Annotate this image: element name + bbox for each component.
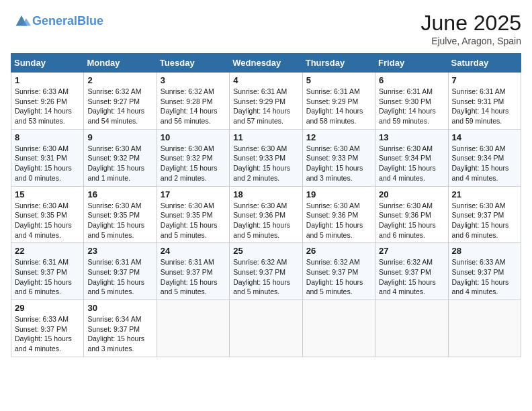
day-info: Sunrise: 6:32 AM Sunset: 9:37 PM Dayligh…: [306, 257, 371, 297]
table-row: 4 Sunrise: 6:31 AM Sunset: 9:29 PM Dayli…: [230, 73, 302, 130]
table-row: [375, 300, 448, 357]
table-row: 13 Sunrise: 6:30 AM Sunset: 9:34 PM Dayl…: [375, 129, 448, 186]
day-info: Sunrise: 6:30 AM Sunset: 9:33 PM Dayligh…: [233, 144, 298, 183]
day-info: Sunrise: 6:33 AM Sunset: 9:37 PM Dayligh…: [452, 257, 517, 297]
table-row: [302, 300, 375, 357]
calendar-row: 8 Sunrise: 6:30 AM Sunset: 9:31 PM Dayli…: [11, 129, 521, 186]
day-info: Sunrise: 6:32 AM Sunset: 9:27 PM Dayligh…: [87, 87, 152, 126]
table-row: 22 Sunrise: 6:31 AM Sunset: 9:37 PM Dayl…: [11, 243, 84, 300]
table-row: 12 Sunrise: 6:30 AM Sunset: 9:33 PM Dayl…: [302, 129, 375, 186]
day-number: 20: [379, 189, 444, 199]
table-row: 19 Sunrise: 6:30 AM Sunset: 9:36 PM Dayl…: [302, 186, 375, 243]
day-info: Sunrise: 6:31 AM Sunset: 9:30 PM Dayligh…: [379, 87, 444, 126]
table-row: 15 Sunrise: 6:30 AM Sunset: 9:35 PM Dayl…: [11, 186, 84, 243]
day-info: Sunrise: 6:30 AM Sunset: 9:36 PM Dayligh…: [306, 201, 371, 240]
month-title: June 2025: [421, 11, 521, 36]
table-row: 25 Sunrise: 6:32 AM Sunset: 9:37 PM Dayl…: [230, 243, 302, 300]
col-sunday: Sunday: [11, 54, 84, 73]
table-row: 21 Sunrise: 6:30 AM Sunset: 9:37 PM Dayl…: [448, 186, 521, 243]
calendar-header-row: Sunday Monday Tuesday Wednesday Thursday…: [11, 54, 521, 73]
day-number: 22: [15, 246, 80, 256]
day-number: 28: [452, 246, 517, 256]
day-info: Sunrise: 6:34 AM Sunset: 9:37 PM Dayligh…: [87, 314, 152, 354]
day-info: Sunrise: 6:30 AM Sunset: 9:32 PM Dayligh…: [161, 144, 226, 183]
day-info: Sunrise: 6:30 AM Sunset: 9:36 PM Dayligh…: [233, 201, 298, 240]
table-row: 20 Sunrise: 6:30 AM Sunset: 9:36 PM Dayl…: [375, 186, 448, 243]
location: Ejulve, Aragon, Spain: [421, 36, 521, 46]
day-number: 16: [87, 189, 152, 199]
col-tuesday: Tuesday: [157, 54, 229, 73]
table-row: 11 Sunrise: 6:30 AM Sunset: 9:33 PM Dayl…: [230, 129, 302, 186]
day-info: Sunrise: 6:31 AM Sunset: 9:37 PM Dayligh…: [161, 257, 226, 297]
day-info: Sunrise: 6:30 AM Sunset: 9:31 PM Dayligh…: [15, 144, 80, 183]
day-number: 23: [87, 246, 152, 256]
table-row: [157, 300, 229, 357]
day-number: 10: [161, 132, 226, 142]
title-block: June 2025 Ejulve, Aragon, Spain: [421, 11, 521, 46]
day-number: 25: [233, 246, 298, 256]
day-info: Sunrise: 6:32 AM Sunset: 9:28 PM Dayligh…: [161, 87, 226, 126]
day-info: Sunrise: 6:30 AM Sunset: 9:32 PM Dayligh…: [87, 144, 152, 183]
table-row: 9 Sunrise: 6:30 AM Sunset: 9:32 PM Dayli…: [84, 129, 157, 186]
day-info: Sunrise: 6:32 AM Sunset: 9:37 PM Dayligh…: [379, 257, 444, 297]
page-header: GeneralBlue June 2025 Ejulve, Aragon, Sp…: [11, 11, 521, 46]
day-info: Sunrise: 6:30 AM Sunset: 9:35 PM Dayligh…: [161, 201, 226, 240]
table-row: 18 Sunrise: 6:30 AM Sunset: 9:36 PM Dayl…: [230, 186, 302, 243]
day-info: Sunrise: 6:31 AM Sunset: 9:29 PM Dayligh…: [233, 87, 298, 126]
calendar-row: 15 Sunrise: 6:30 AM Sunset: 9:35 PM Dayl…: [11, 186, 521, 243]
day-info: Sunrise: 6:30 AM Sunset: 9:36 PM Dayligh…: [379, 201, 444, 240]
day-info: Sunrise: 6:30 AM Sunset: 9:35 PM Dayligh…: [15, 201, 80, 240]
table-row: 28 Sunrise: 6:33 AM Sunset: 9:37 PM Dayl…: [448, 243, 521, 300]
calendar-table: Sunday Monday Tuesday Wednesday Thursday…: [11, 53, 521, 357]
day-info: Sunrise: 6:30 AM Sunset: 9:35 PM Dayligh…: [87, 201, 152, 240]
table-row: 16 Sunrise: 6:30 AM Sunset: 9:35 PM Dayl…: [84, 186, 157, 243]
table-row: 10 Sunrise: 6:30 AM Sunset: 9:32 PM Dayl…: [157, 129, 229, 186]
logo-icon: [12, 11, 31, 30]
day-info: Sunrise: 6:33 AM Sunset: 9:37 PM Dayligh…: [15, 314, 80, 354]
table-row: 26 Sunrise: 6:32 AM Sunset: 9:37 PM Dayl…: [302, 243, 375, 300]
col-friday: Friday: [375, 54, 448, 73]
day-info: Sunrise: 6:31 AM Sunset: 9:31 PM Dayligh…: [452, 87, 517, 126]
calendar-row: 29 Sunrise: 6:33 AM Sunset: 9:37 PM Dayl…: [11, 300, 521, 357]
day-number: 26: [306, 246, 371, 256]
col-monday: Monday: [84, 54, 157, 73]
day-number: 29: [15, 303, 80, 313]
logo-text-line1: GeneralBlue: [32, 15, 103, 28]
table-row: 14 Sunrise: 6:30 AM Sunset: 9:34 PM Dayl…: [448, 129, 521, 186]
day-number: 2: [87, 75, 152, 85]
day-number: 8: [15, 132, 80, 142]
table-row: 30 Sunrise: 6:34 AM Sunset: 9:37 PM Dayl…: [84, 300, 157, 357]
calendar-row: 1 Sunrise: 6:33 AM Sunset: 9:26 PM Dayli…: [11, 73, 521, 130]
day-number: 15: [15, 189, 80, 199]
day-info: Sunrise: 6:30 AM Sunset: 9:34 PM Dayligh…: [452, 144, 517, 183]
day-number: 30: [87, 303, 152, 313]
col-thursday: Thursday: [302, 54, 375, 73]
table-row: 17 Sunrise: 6:30 AM Sunset: 9:35 PM Dayl…: [157, 186, 229, 243]
day-number: 12: [306, 132, 371, 142]
table-row: 2 Sunrise: 6:32 AM Sunset: 9:27 PM Dayli…: [84, 73, 157, 130]
table-row: 29 Sunrise: 6:33 AM Sunset: 9:37 PM Dayl…: [11, 300, 84, 357]
day-number: 5: [306, 75, 371, 85]
table-row: 24 Sunrise: 6:31 AM Sunset: 9:37 PM Dayl…: [157, 243, 229, 300]
col-wednesday: Wednesday: [230, 54, 302, 73]
table-row: [230, 300, 302, 357]
day-number: 7: [452, 75, 517, 85]
day-number: 27: [379, 246, 444, 256]
table-row: 27 Sunrise: 6:32 AM Sunset: 9:37 PM Dayl…: [375, 243, 448, 300]
day-info: Sunrise: 6:30 AM Sunset: 9:33 PM Dayligh…: [306, 144, 371, 183]
col-saturday: Saturday: [448, 54, 521, 73]
table-row: 6 Sunrise: 6:31 AM Sunset: 9:30 PM Dayli…: [375, 73, 448, 130]
table-row: 1 Sunrise: 6:33 AM Sunset: 9:26 PM Dayli…: [11, 73, 84, 130]
day-info: Sunrise: 6:30 AM Sunset: 9:34 PM Dayligh…: [379, 144, 444, 183]
table-row: 5 Sunrise: 6:31 AM Sunset: 9:29 PM Dayli…: [302, 73, 375, 130]
table-row: 7 Sunrise: 6:31 AM Sunset: 9:31 PM Dayli…: [448, 73, 521, 130]
day-info: Sunrise: 6:31 AM Sunset: 9:37 PM Dayligh…: [15, 257, 80, 297]
day-info: Sunrise: 6:30 AM Sunset: 9:37 PM Dayligh…: [452, 201, 517, 240]
day-number: 17: [161, 189, 226, 199]
table-row: [448, 300, 521, 357]
day-number: 21: [452, 189, 517, 199]
day-number: 11: [233, 132, 298, 142]
day-info: Sunrise: 6:31 AM Sunset: 9:29 PM Dayligh…: [306, 87, 371, 126]
day-number: 9: [87, 132, 152, 142]
table-row: 3 Sunrise: 6:32 AM Sunset: 9:28 PM Dayli…: [157, 73, 229, 130]
